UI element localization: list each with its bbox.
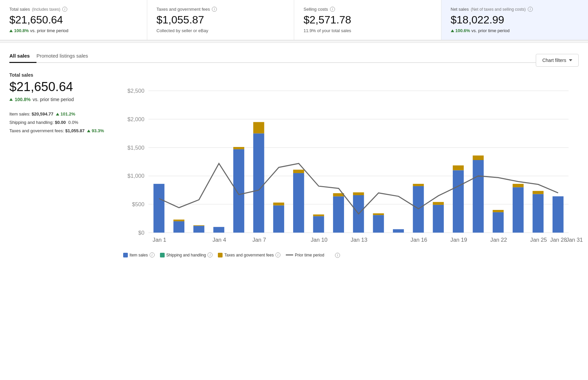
selling-costs-label: Selling costs i: [304, 7, 432, 12]
svg-rect-28: [213, 227, 224, 233]
svg-rect-46: [413, 186, 424, 233]
svg-text:$500: $500: [132, 201, 145, 208]
svg-rect-32: [253, 122, 264, 134]
svg-rect-47: [413, 184, 424, 186]
svg-text:Jan 19: Jan 19: [450, 237, 467, 243]
svg-rect-51: [453, 165, 464, 170]
taxes-fees-subtext: Collected by seller or eBay: [157, 28, 285, 33]
legend-shipping-info-icon[interactable]: i: [207, 252, 213, 257]
svg-text:$2,500: $2,500: [128, 88, 145, 94]
content-area: Total sales $21,650.64 100.8% vs. prior …: [9, 72, 579, 258]
legend-box-sales: [123, 253, 128, 257]
taxes-arrow-icon: [87, 130, 90, 132]
svg-rect-30: [233, 147, 244, 149]
chart-change-text: vs. prior time period: [32, 97, 74, 102]
svg-rect-33: [273, 205, 284, 232]
item-sales-arrow-icon: [56, 113, 59, 116]
selling-costs-card: Selling costs i $2,571.78 11.9% of your …: [294, 0, 441, 40]
svg-text:Jan 22: Jan 22: [490, 237, 507, 243]
total-sales-value: $21,650.64: [9, 14, 138, 26]
svg-text:$0: $0: [138, 230, 145, 236]
legend-line-prior: [286, 254, 293, 255]
legend-item-prior: Prior time period: [286, 253, 324, 257]
net-sales-pct: 100.6%: [455, 28, 470, 33]
left-panel: Total sales $21,650.64 100.8% vs. prior …: [9, 72, 123, 258]
net-sales-value: $18,022.99: [451, 14, 579, 26]
top-metrics-bar: Total sales (Includes taxes) i $21,650.6…: [0, 0, 588, 40]
legend-sales-info-icon[interactable]: i: [150, 252, 155, 257]
chart-change-pct: 100.8%: [15, 97, 30, 102]
svg-rect-39: [333, 196, 344, 232]
sales-chart: $2,500 $2,000 $1,500 $1,000 $500 $0 Jan …: [123, 76, 579, 248]
taxes-detail: Taxes and government fees: $1,055.87 93.…: [9, 128, 116, 133]
svg-rect-58: [532, 194, 543, 233]
svg-rect-35: [293, 173, 304, 233]
net-sales-card: Net sales (Net of taxes and selling cost…: [441, 0, 588, 40]
svg-rect-27: [193, 225, 204, 226]
legend-label-prior: Prior time period: [295, 253, 324, 257]
svg-rect-37: [313, 216, 324, 233]
svg-rect-55: [493, 210, 504, 212]
item-sales-detail: Item sales: $20,594.77 101.2%: [9, 111, 116, 117]
chart-arrow-icon: [9, 98, 13, 101]
legend-item-taxes: Taxes and government fees i: [218, 252, 280, 257]
legend-label-taxes: Taxes and government fees: [224, 253, 273, 257]
svg-rect-42: [353, 193, 364, 195]
section-divider: [0, 40, 588, 43]
tab-all-sales[interactable]: All sales: [9, 50, 36, 63]
total-sales-label: Total sales (Includes taxes) i: [9, 7, 138, 12]
svg-text:Jan 16: Jan 16: [411, 237, 427, 243]
svg-rect-36: [293, 170, 304, 173]
taxes-fees-value: $1,055.87: [157, 14, 285, 26]
total-sales-info-icon[interactable]: i: [62, 7, 67, 12]
chart-bottom-info-icon[interactable]: i: [335, 253, 340, 258]
svg-rect-49: [433, 202, 444, 205]
svg-rect-23: [154, 184, 165, 233]
total-sales-card: Total sales (Includes taxes) i $21,650.6…: [0, 0, 147, 40]
taxes-fees-info-icon[interactable]: i: [212, 7, 217, 12]
chart-filters-button[interactable]: Chart filters: [536, 54, 579, 67]
chart-filters-label: Chart filters: [542, 58, 566, 63]
chart-total-sales-value: $21,650.64: [9, 80, 116, 94]
svg-rect-52: [473, 160, 484, 233]
legend-box-shipping: [160, 253, 165, 257]
chevron-down-icon: [569, 59, 572, 61]
svg-text:Jan 25: Jan 25: [530, 237, 547, 243]
svg-rect-50: [453, 170, 464, 232]
chart-total-sales-title: Total sales: [9, 72, 116, 78]
net-sales-arrow-icon: [451, 29, 454, 32]
svg-rect-45: [393, 229, 404, 233]
legend-box-taxes: [218, 253, 223, 257]
svg-rect-25: [173, 220, 184, 221]
svg-text:$1,000: $1,000: [128, 173, 145, 179]
svg-text:$2,000: $2,000: [128, 116, 145, 123]
svg-rect-56: [513, 187, 524, 232]
svg-rect-57: [513, 184, 524, 187]
chart-legend: Item sales i Shipping and handling i Tax…: [123, 252, 579, 258]
legend-item-sales: Item sales i: [123, 252, 155, 257]
svg-rect-34: [273, 203, 284, 205]
svg-rect-54: [493, 212, 504, 233]
total-sales-change-text: vs. prior time period: [30, 28, 68, 33]
svg-rect-60: [553, 196, 564, 232]
svg-text:Jan 7: Jan 7: [252, 237, 266, 243]
total-sales-pct: 100.8%: [14, 28, 29, 33]
svg-text:$1,500: $1,500: [128, 145, 145, 151]
taxes-fees-label: Taxes and government fees i: [157, 7, 285, 12]
legend-taxes-info-icon[interactable]: i: [275, 252, 280, 257]
svg-rect-53: [473, 155, 484, 160]
selling-costs-subtext: 11.9% of your total sales: [304, 28, 432, 33]
tab-promoted-listings[interactable]: Promoted listings sales: [36, 50, 95, 63]
net-sales-change-text: vs. prior time period: [472, 28, 510, 33]
main-section: All sales Promoted listings sales Total …: [0, 43, 588, 258]
selling-costs-value: $2,571.78: [304, 14, 432, 26]
selling-costs-info-icon[interactable]: i: [330, 7, 335, 12]
chart-change-row: 100.8% vs. prior time period: [9, 97, 116, 102]
svg-rect-24: [173, 221, 184, 233]
shipping-detail: Shipping and handling: $0.00 0.0%: [9, 120, 116, 125]
tabs-bar: All sales Promoted listings sales: [9, 50, 579, 63]
svg-rect-38: [313, 215, 324, 216]
total-sales-arrow-icon: [9, 29, 13, 32]
net-sales-info-icon[interactable]: i: [528, 7, 533, 12]
svg-text:Jan 4: Jan 4: [213, 237, 226, 243]
